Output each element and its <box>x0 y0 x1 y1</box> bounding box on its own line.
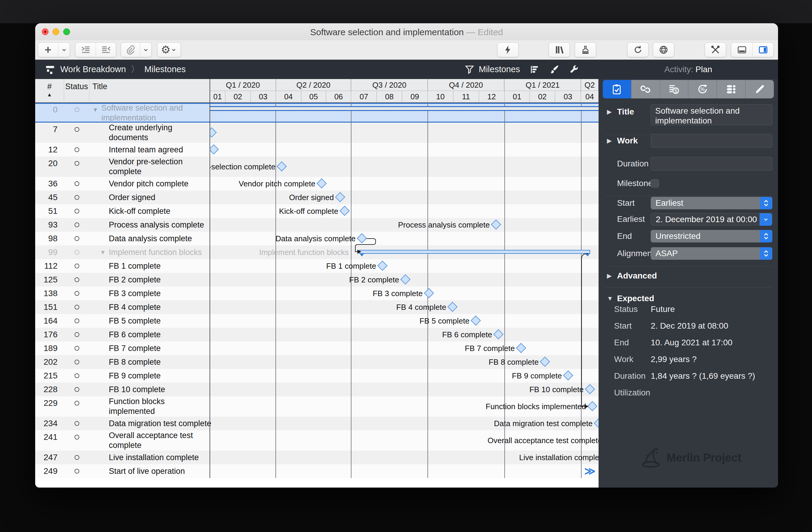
task-title[interactable]: FB 2 complete <box>89 273 209 287</box>
task-row-164[interactable]: 164FB 5 completeFB 5 complete <box>35 314 598 328</box>
disclosure-icon[interactable]: ▼ <box>92 103 101 117</box>
status-cell[interactable] <box>64 355 89 364</box>
task-row-241[interactable]: 241Overall acceptance test completeOvera… <box>35 430 598 450</box>
status-cell[interactable] <box>64 259 89 268</box>
task-title[interactable]: Live installation complete <box>89 450 209 464</box>
inspector-tab-resources[interactable] <box>716 80 745 98</box>
milestone-diamond[interactable] <box>594 418 598 428</box>
task-row-151[interactable]: 151FB 4 completeFB 4 complete <box>35 300 598 314</box>
task-row-0[interactable]: 0▼Software selection and implementation <box>35 103 598 123</box>
status-cell[interactable] <box>64 464 89 474</box>
status-cell[interactable] <box>64 383 89 392</box>
milestone-diamond[interactable] <box>585 384 595 394</box>
task-row-112[interactable]: 112FB 1 completeFB 1 complete <box>35 259 598 273</box>
inspector-tab-utilization[interactable]: % <box>688 80 716 98</box>
milestone-diamond[interactable] <box>471 316 481 326</box>
task-title[interactable]: Vendor pre-selection complete <box>89 157 209 176</box>
task-row-176[interactable]: 176FB 6 completeFB 6 complete <box>35 328 598 342</box>
breadcrumb-current[interactable]: Milestones <box>144 64 186 74</box>
task-row-215[interactable]: 215FB 9 completeFB 9 complete <box>35 369 598 383</box>
inspector-tab-cost[interactable]: $ <box>660 80 688 98</box>
task-row-51[interactable]: 51Kick-off completeKick-off complete <box>35 204 598 218</box>
status-cell[interactable] <box>64 396 89 405</box>
task-title[interactable]: ▼Software selection and implementation <box>89 103 209 123</box>
milestone-diamond[interactable] <box>491 219 501 230</box>
status-cell[interactable] <box>64 287 89 296</box>
add-button[interactable] <box>38 43 58 57</box>
milestone-diamond[interactable] <box>540 357 550 367</box>
settings-button[interactable]: ⚙ <box>157 42 181 57</box>
status-cell[interactable] <box>64 430 89 440</box>
column-header-number[interactable]: # ▲ <box>35 79 64 103</box>
outdent-button[interactable] <box>96 43 116 57</box>
status-cell[interactable] <box>64 273 89 282</box>
offscreen-milestone-indicator[interactable]: ≫ <box>584 465 596 477</box>
group-summary-bar[interactable] <box>359 250 590 254</box>
milestone-diamond[interactable] <box>277 161 287 171</box>
task-row-20[interactable]: 20Vendor pre-selection completeVendor pr… <box>35 157 598 177</box>
styles-button[interactable] <box>575 42 596 57</box>
brush-icon[interactable] <box>549 64 560 75</box>
publish-button[interactable] <box>653 42 674 57</box>
library-button[interactable] <box>549 42 570 57</box>
work-input[interactable] <box>651 134 772 148</box>
task-title[interactable]: Data analysis complete <box>89 232 209 245</box>
task-title[interactable]: FB 3 complete <box>89 287 209 300</box>
milestone-diamond[interactable] <box>377 261 388 271</box>
milestone-diamond[interactable] <box>209 127 217 138</box>
task-row-98[interactable]: 98Data analysis completeData analysis co… <box>35 232 598 245</box>
milestone-diamond[interactable] <box>516 343 526 353</box>
tools-button[interactable] <box>705 42 726 57</box>
disclosure-icon[interactable]: ▶ <box>607 137 612 144</box>
sync-button[interactable] <box>627 42 649 57</box>
status-cell[interactable] <box>64 123 89 132</box>
task-title[interactable]: FB 9 complete <box>89 369 209 383</box>
wrench-icon[interactable] <box>568 64 579 75</box>
task-title[interactable]: Kick-off complete <box>89 204 209 218</box>
disclosure-icon[interactable]: ▼ <box>100 245 109 259</box>
status-cell[interactable] <box>64 417 89 426</box>
task-row-202[interactable]: 202FB 8 completeFB 8 complete <box>35 355 598 369</box>
status-cell[interactable] <box>64 369 89 378</box>
indent-button[interactable] <box>75 43 96 57</box>
attach-button[interactable] <box>121 43 140 57</box>
task-row-189[interactable]: 189FB 7 completeFB 7 complete <box>35 342 598 355</box>
end-popup[interactable]: Unrestricted <box>651 230 772 242</box>
milestone-diamond[interactable] <box>400 274 410 285</box>
inspector-tab-link[interactable] <box>631 80 660 98</box>
status-cell[interactable] <box>64 328 89 337</box>
milestone-diamond[interactable] <box>587 401 597 411</box>
task-title[interactable]: Function blocks implemented <box>89 396 209 416</box>
task-row-7[interactable]: 7Create underlying documents <box>35 123 598 143</box>
milestone-diamond[interactable] <box>317 178 327 188</box>
status-cell[interactable] <box>64 300 89 310</box>
task-row-125[interactable]: 125FB 2 completeFB 2 complete <box>35 273 598 287</box>
task-title[interactable]: FB 5 complete <box>89 314 209 328</box>
outline-icon[interactable] <box>529 64 540 75</box>
task-title[interactable]: Create underlying documents <box>89 123 209 143</box>
milestone-diamond[interactable] <box>335 192 345 202</box>
inspector-tab-clipboard-check[interactable] <box>603 80 631 98</box>
task-title[interactable]: FB 4 complete <box>89 300 209 314</box>
milestone-diamond[interactable] <box>357 233 367 243</box>
inspector-tab-edit[interactable] <box>745 80 774 98</box>
task-title[interactable]: FB 6 complete <box>89 328 209 342</box>
disclosure-icon[interactable]: ▶ <box>607 272 612 279</box>
duration-input[interactable] <box>651 157 772 171</box>
task-title[interactable]: FB 8 complete <box>89 355 209 369</box>
start-popup[interactable]: Earliest <box>651 197 772 209</box>
milestone-diamond[interactable] <box>339 206 350 216</box>
task-title[interactable]: ▼Implement function blocks <box>89 245 209 259</box>
task-row-36[interactable]: 36Vendor pitch completeVendor pitch comp… <box>35 177 598 190</box>
toggle-right-panel-button[interactable] <box>752 43 773 57</box>
toggle-bottom-panel-button[interactable] <box>731 43 752 57</box>
milestone-diamond[interactable] <box>493 329 504 339</box>
task-row-228[interactable]: 228FB 10 completeFB 10 complete <box>35 383 598 396</box>
status-cell[interactable] <box>64 103 89 112</box>
attach-menu-button[interactable] <box>140 43 151 57</box>
disclosure-icon[interactable]: ▼ <box>607 295 613 302</box>
status-cell[interactable] <box>64 245 89 255</box>
task-title[interactable]: Vendor pitch complete <box>89 177 209 190</box>
project-summary-bar[interactable] <box>210 106 598 111</box>
task-title[interactable]: FB 7 complete <box>89 342 209 355</box>
